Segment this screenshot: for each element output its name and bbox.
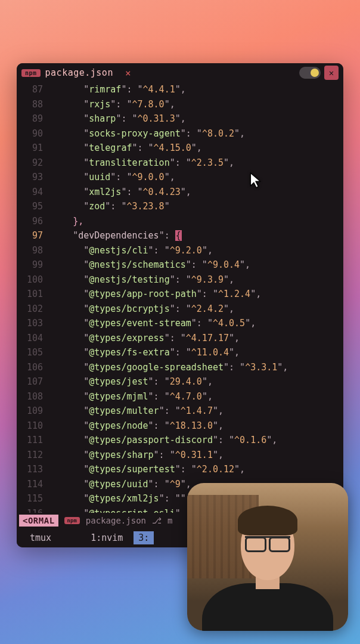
code-line: 98 "@nestjs/cli": "^9.2.0", <box>17 243 343 258</box>
line-content: "sharp": "^0.31.3", <box>51 112 343 126</box>
line-content: "socks-proxy-agent": "^8.0.2", <box>51 126 343 141</box>
code-line: 113 "@types/supertest": "^2.0.12", <box>17 462 343 477</box>
code-line: 88 "rxjs": "^7.8.0", <box>17 97 343 112</box>
line-number: 101 <box>17 287 51 302</box>
line-number: 98 <box>17 243 51 258</box>
line-number: 106 <box>17 360 51 375</box>
code-line: 109 "@types/multer": "^1.4.7", <box>17 404 343 419</box>
tab-close-icon[interactable]: × <box>125 67 131 79</box>
line-number: 105 <box>17 345 51 360</box>
code-line: 101 "@types/app-root-path": "^1.2.4", <box>17 287 343 302</box>
file-type-badge: npm <box>21 69 41 77</box>
code-line: 95 "zod": "^3.23.8" <box>17 199 343 214</box>
code-line: 110 "@types/node": "^18.13.0", <box>17 419 343 434</box>
code-line: 89 "sharp": "^0.31.3", <box>17 112 343 126</box>
line-content: "@types/passport-discord": "^0.1.6", <box>51 433 343 448</box>
line-content: "@types/express": "^4.17.17", <box>51 331 343 346</box>
tmux-session-name[interactable]: tmux <box>25 531 56 544</box>
line-number: 89 <box>17 112 51 126</box>
code-line: 106 "@types/google-spreadsheet": "^3.3.1… <box>17 360 343 375</box>
line-content: "devDependencies": { <box>51 228 343 243</box>
line-content: "zod": "^3.23.8" <box>51 199 343 214</box>
code-line: 97 "devDependencies": { <box>17 228 343 243</box>
line-number: 113 <box>17 462 51 477</box>
webcam-overlay <box>187 483 348 631</box>
tmux-window-1[interactable]: 1:nvim <box>86 531 128 544</box>
line-content: "@types/fs-extra": "^11.0.4", <box>51 345 343 360</box>
line-number: 88 <box>17 97 51 112</box>
window-close-button[interactable]: ✕ <box>324 66 339 80</box>
line-content: "transliteration": "^2.3.5", <box>51 156 343 171</box>
line-content: "@types/app-root-path": "^1.2.4", <box>51 287 343 302</box>
line-number: 102 <box>17 302 51 317</box>
line-content: "@types/sharp": "^0.31.1", <box>51 448 343 463</box>
line-number: 90 <box>17 126 51 141</box>
titlebar: npm package.json × ✕ <box>17 63 343 82</box>
line-number: 93 <box>17 170 51 185</box>
line-number: 116 <box>17 506 51 513</box>
code-line: 107 "@types/jest": "29.4.0", <box>17 374 343 389</box>
line-number: 95 <box>17 199 51 214</box>
line-content: "xml2js": "^0.4.23", <box>51 185 343 200</box>
line-number: 87 <box>17 82 51 97</box>
code-line: 104 "@types/express": "^4.17.17", <box>17 331 343 346</box>
editor-window: npm package.json × ✕ 87 "rimraf": "^4.4.… <box>17 63 343 547</box>
code-line: 94 "xml2js": "^0.4.23", <box>17 185 343 200</box>
line-content: "uuid": "^9.0.0", <box>51 170 343 185</box>
status-filename: package.json <box>86 516 146 525</box>
vim-mode-indicator: <ORMAL <box>19 515 58 527</box>
line-content: "@types/mjml": "^4.7.0", <box>51 389 343 404</box>
line-content: "@types/bcryptjs": "^2.4.2", <box>51 302 343 317</box>
line-number: 96 <box>17 214 51 229</box>
line-number: 97 <box>17 228 51 243</box>
code-line: 108 "@types/mjml": "^4.7.0", <box>17 389 343 404</box>
line-number: 115 <box>17 491 51 506</box>
code-line: 105 "@types/fs-extra": "^11.0.4", <box>17 345 343 360</box>
line-content: "telegraf": "^4.15.0", <box>51 141 343 156</box>
code-line: 112 "@types/sharp": "^0.31.1", <box>17 448 343 463</box>
line-number: 112 <box>17 448 51 463</box>
git-branch-name: m <box>167 516 172 525</box>
theme-toggle[interactable] <box>299 67 321 79</box>
line-number: 109 <box>17 404 51 419</box>
line-content: "@types/event-stream": "^4.0.5", <box>51 316 343 331</box>
code-line: 100 "@nestjs/testing": "^9.3.9", <box>17 273 343 287</box>
code-line: 111 "@types/passport-discord": "^0.1.6", <box>17 433 343 448</box>
code-line: 91 "telegraf": "^4.15.0", <box>17 141 343 156</box>
line-number: 94 <box>17 185 51 200</box>
code-line: 96 }, <box>17 214 343 229</box>
line-content: "@types/jest": "29.4.0", <box>51 374 343 389</box>
line-number: 108 <box>17 389 51 404</box>
code-line: 99 "@nestjs/schematics": "^9.0.4", <box>17 258 343 273</box>
line-content: "@types/multer": "^1.4.7", <box>51 404 343 419</box>
code-line: 87 "rimraf": "^4.4.1", <box>17 82 343 97</box>
line-number: 114 <box>17 477 51 492</box>
line-number: 107 <box>17 374 51 389</box>
line-content: "@types/node": "^18.13.0", <box>51 419 343 434</box>
line-number: 91 <box>17 141 51 156</box>
code-line: 93 "uuid": "^9.0.0", <box>17 170 343 185</box>
line-content: "@nestjs/cli": "^9.2.0", <box>51 243 343 258</box>
line-content: "@types/google-spreadsheet": "^3.3.1", <box>51 360 343 375</box>
line-content: }, <box>51 214 343 229</box>
line-number: 100 <box>17 273 51 287</box>
code-line: 102 "@types/bcryptjs": "^2.4.2", <box>17 302 343 317</box>
tab-filename[interactable]: package.json <box>45 67 113 78</box>
line-number: 92 <box>17 156 51 171</box>
line-number: 103 <box>17 316 51 331</box>
line-number: 110 <box>17 419 51 434</box>
code-line: 90 "socks-proxy-agent": "^8.0.2", <box>17 126 343 141</box>
line-content: "@types/supertest": "^2.0.12", <box>51 462 343 477</box>
line-content: "@nestjs/testing": "^9.3.9", <box>51 273 343 287</box>
line-number: 111 <box>17 433 51 448</box>
line-content: "rxjs": "^7.8.0", <box>51 97 343 112</box>
code-line: 92 "transliteration": "^2.3.5", <box>17 156 343 171</box>
code-editor[interactable]: 87 "rimraf": "^4.4.1",88 "rxjs": "^7.8.0… <box>17 82 343 513</box>
status-filetype-badge: npm <box>64 517 80 524</box>
tmux-window-active[interactable]: 3: <box>134 531 154 544</box>
line-content: "rimraf": "^4.4.1", <box>51 82 343 97</box>
git-branch-icon: ⎇ <box>152 516 162 525</box>
line-content: "@nestjs/schematics": "^9.0.4", <box>51 258 343 273</box>
code-line: 103 "@types/event-stream": "^4.0.5", <box>17 316 343 331</box>
line-number: 99 <box>17 258 51 273</box>
